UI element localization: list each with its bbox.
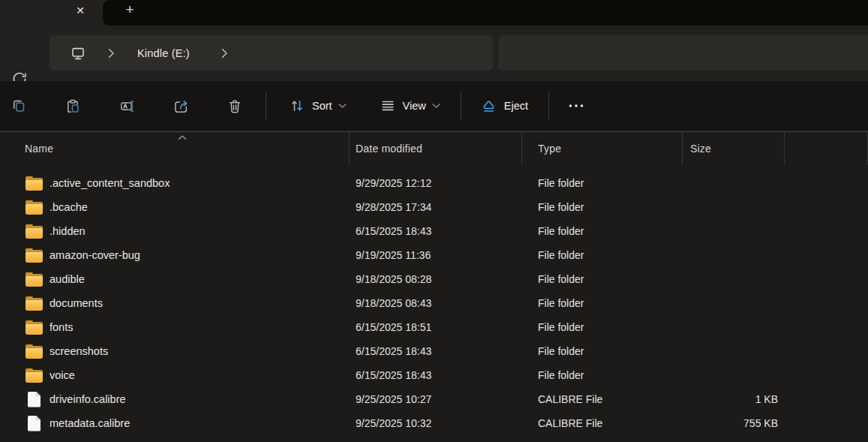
folder-icon: [26, 176, 43, 191]
eject-button[interactable]: Eject: [472, 89, 536, 122]
copy-button[interactable]: [2, 89, 35, 122]
file-date-modified: 6/15/2025 18:43: [350, 345, 522, 357]
file-type: CALIBRE File: [522, 393, 683, 405]
file-rows: .active_content_sandbox 9/29/2025 12:12 …: [0, 171, 868, 435]
rename-button[interactable]: [110, 89, 143, 122]
folder-icon: [26, 320, 43, 335]
paste-icon: [65, 98, 81, 114]
column-header-type[interactable]: Type: [522, 132, 683, 165]
file-name: voice: [50, 369, 75, 381]
share-icon: [173, 98, 189, 114]
sort-button[interactable]: Sort: [281, 89, 355, 122]
file-date-modified: 9/25/2025 10:27: [350, 393, 522, 405]
file-row[interactable]: .active_content_sandbox 9/29/2025 12:12 …: [0, 171, 868, 195]
new-tab-button[interactable]: +: [120, 0, 140, 20]
file-date-modified: 9/29/2025 12:12: [350, 177, 522, 189]
folder-icon: [26, 368, 43, 383]
tab-bar-background: [103, 0, 868, 26]
file-type: File folder: [522, 201, 683, 213]
folder-icon: [26, 296, 43, 311]
file-date-modified: 9/18/2025 08:28: [350, 273, 522, 285]
breadcrumb-segment-drive[interactable]: Kindle (E:): [137, 47, 190, 59]
column-header-row: Name Date modified Type Size: [0, 132, 868, 165]
breadcrumb-chevron-icon[interactable]: [107, 48, 115, 59]
file-date-modified: 9/19/2025 11:36: [350, 249, 522, 261]
toolbar-divider: [266, 92, 266, 120]
view-button[interactable]: View: [371, 89, 449, 122]
file-type: File folder: [522, 249, 683, 261]
file-explorer-window: ✕ +: [0, 0, 868, 442]
toolbar-divider: [548, 92, 549, 120]
file-type: File folder: [522, 225, 683, 237]
rename-icon: [119, 98, 135, 114]
file-row[interactable]: driveinfo.calibre 9/25/2025 10:27 CALIBR…: [0, 387, 868, 411]
file-size: 755 KB: [683, 417, 785, 429]
plus-icon: +: [125, 2, 134, 18]
close-tab-button[interactable]: ✕: [71, 1, 90, 20]
paste-button[interactable]: [56, 89, 89, 122]
sort-label: Sort: [312, 100, 332, 112]
file-row[interactable]: .hidden 6/15/2025 18:43 File folder: [0, 219, 868, 243]
file-type: File folder: [522, 369, 683, 381]
column-header-date-modified[interactable]: Date modified: [350, 132, 522, 165]
folder-icon: [26, 200, 43, 215]
file-row[interactable]: documents 9/18/2025 08:43 File folder: [0, 291, 868, 315]
file-type: File folder: [522, 345, 683, 357]
file-name: fonts: [50, 321, 73, 333]
file-row[interactable]: amazon-cover-bug 9/19/2025 11:36 File fo…: [0, 243, 868, 267]
close-icon: ✕: [76, 5, 85, 17]
sort-ascending-icon: [178, 135, 187, 140]
eject-icon: [480, 98, 497, 115]
sort-icon: [289, 98, 305, 114]
document-icon: [28, 392, 41, 407]
file-type: File folder: [522, 321, 683, 333]
file-name: documents: [50, 297, 103, 309]
chevron-down-icon: [338, 103, 347, 109]
eject-label: Eject: [504, 100, 528, 112]
file-name: .active_content_sandbox: [50, 177, 170, 189]
more-icon: [566, 98, 586, 114]
file-type: File folder: [522, 177, 683, 189]
this-pc-icon: [70, 45, 86, 62]
see-more-button[interactable]: [560, 89, 593, 122]
file-name: screenshots: [50, 345, 108, 357]
file-date-modified: 9/18/2025 08:43: [350, 297, 522, 309]
file-date-modified: 6/15/2025 18:51: [350, 321, 522, 333]
column-header-filler: [785, 132, 868, 165]
breadcrumb-chevron-icon[interactable]: [221, 48, 228, 59]
file-list-pane: Name Date modified Type Size .active_con…: [0, 131, 868, 442]
file-name: amazon-cover-bug: [50, 249, 140, 261]
file-type: File folder: [522, 273, 683, 285]
share-button[interactable]: [164, 89, 197, 122]
column-header-size[interactable]: Size: [683, 132, 785, 165]
file-name: metadata.calibre: [50, 417, 130, 429]
file-type: CALIBRE File: [522, 417, 683, 429]
search-input[interactable]: [498, 35, 868, 71]
file-row[interactable]: audible 9/18/2025 08:28 File folder: [0, 267, 868, 291]
document-icon: [28, 416, 41, 431]
folder-icon: [26, 224, 43, 239]
folder-icon: [26, 272, 43, 287]
command-bar: Sort View Eject: [0, 81, 868, 131]
file-date-modified: 6/15/2025 18:43: [350, 369, 522, 381]
file-row[interactable]: metadata.calibre 9/25/2025 10:32 CALIBRE…: [0, 411, 868, 435]
folder-icon: [26, 344, 43, 359]
file-type: File folder: [522, 297, 683, 309]
trash-icon: [227, 98, 243, 114]
copy-icon: [11, 98, 27, 114]
file-row[interactable]: voice 6/15/2025 18:43 File folder: [0, 363, 868, 387]
column-header-name[interactable]: Name: [0, 132, 350, 165]
file-size: 1 KB: [683, 393, 785, 405]
file-date-modified: 6/15/2025 18:43: [350, 225, 522, 237]
file-name: driveinfo.calibre: [50, 393, 126, 405]
view-icon: [380, 98, 396, 114]
file-name: .bcache: [50, 201, 88, 213]
address-bar[interactable]: Kindle (E:): [50, 35, 493, 71]
address-row: Kindle (E:): [0, 26, 868, 81]
file-row[interactable]: fonts 6/15/2025 18:51 File folder: [0, 315, 868, 339]
delete-button[interactable]: [218, 89, 251, 122]
file-row[interactable]: screenshots 6/15/2025 18:43 File folder: [0, 339, 868, 363]
file-date-modified: 9/28/2025 17:34: [350, 201, 522, 213]
chevron-down-icon: [432, 103, 440, 109]
file-row[interactable]: .bcache 9/28/2025 17:34 File folder: [0, 195, 868, 219]
